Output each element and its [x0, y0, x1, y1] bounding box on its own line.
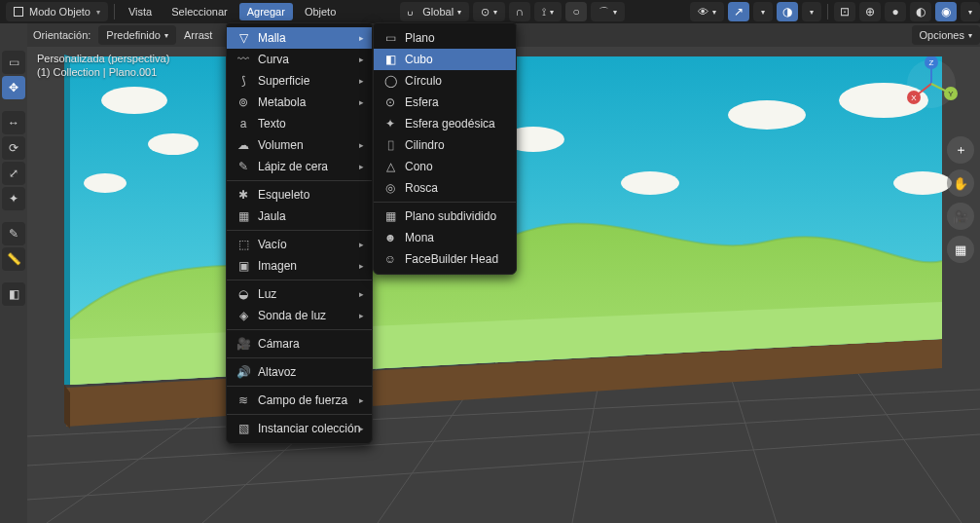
monkey-icon: ☻ — [383, 231, 397, 244]
add-item-cámara[interactable]: 🎥Cámara — [227, 333, 372, 355]
add-item-jaula[interactable]: ▦Jaula — [227, 205, 372, 227]
submenu-arrow-icon: ▸ — [359, 289, 364, 299]
shading-wire[interactable]: ⊕ — [859, 2, 881, 21]
snap-dropdown[interactable]: ⟟▾ — [534, 2, 562, 21]
pivot-icon: ⊙ — [481, 6, 490, 19]
gizmo-dropdown[interactable]: ▾ — [753, 2, 773, 21]
svg-text:X: X — [911, 93, 917, 102]
tool-rotate[interactable]: ⟳ — [2, 136, 25, 160]
proportional-dropdown[interactable]: ⌒▾ — [591, 2, 625, 21]
add-item-instanciar-colección[interactable]: ▧Instanciar colección▸ — [227, 418, 372, 439]
mesh-item-plano[interactable]: ▭Plano — [374, 27, 516, 49]
cyl-icon: ⌷ — [383, 138, 397, 152]
add-item-superficie[interactable]: ⟆Superficie▸ — [227, 70, 372, 92]
tool-select-box[interactable]: ▭ — [2, 51, 25, 74]
volume-icon: ☁ — [236, 138, 250, 152]
add-item-sonda-de-luz[interactable]: ◈Sonda de luz▸ — [227, 305, 372, 326]
menu-object[interactable]: Objeto — [297, 3, 344, 20]
mesh-item-esfera-geodésica[interactable]: ✦Esfera geodésica — [374, 113, 516, 134]
menu-select[interactable]: Seleccionar — [163, 3, 235, 20]
add-item-altavoz[interactable]: 🔊Altavoz — [227, 361, 372, 383]
tool-move[interactable]: ↔ — [2, 111, 25, 134]
add-item-volumen[interactable]: ☁Volumen▸ — [227, 134, 372, 156]
add-item-lápiz-de-cera[interactable]: ✎Lápiz de cera▸ — [227, 156, 372, 177]
gizmo-toggle[interactable]: ↗ — [728, 2, 749, 21]
add-item-vacío[interactable]: ⬚Vacío▸ — [227, 234, 372, 255]
camera-view-button[interactable]: 🎥 — [947, 203, 974, 230]
nav-gizmo[interactable]: Z X Y — [904, 56, 959, 111]
svg-point-14 — [148, 133, 199, 155]
shading-matprev[interactable]: ◐ — [910, 2, 931, 21]
curve-icon: 〰 — [236, 53, 250, 66]
submenu-arrow-icon: ▸ — [359, 261, 364, 271]
submenu-arrow-icon: ▸ — [359, 33, 364, 43]
mesh-item-círculo[interactable]: ◯Círculo — [374, 70, 516, 92]
pivot-dropdown[interactable]: ⊙▾ — [473, 2, 505, 21]
menu-item-label: Instanciar colección — [258, 422, 360, 435]
circle-icon: ◯ — [383, 74, 397, 88]
camera-icon: 🎥 — [236, 337, 250, 351]
mesh-item-cubo[interactable]: ◧Cubo — [374, 49, 516, 70]
tool-add-cube[interactable]: ◧ — [2, 282, 25, 306]
shading-solid[interactable]: ● — [885, 2, 906, 21]
mesh-item-esfera[interactable]: ⊙Esfera — [374, 92, 516, 113]
armature-icon: ✱ — [236, 188, 250, 202]
mode-select[interactable]: Modo Objeto ▾ — [6, 2, 108, 21]
speaker-icon: 🔊 — [236, 365, 250, 379]
submenu-arrow-icon: ▸ — [359, 424, 364, 433]
menu-item-label: FaceBuilder Head — [405, 252, 498, 266]
tool-annotate[interactable]: ✎ — [2, 222, 25, 245]
shading-rendered[interactable]: ◉ — [935, 2, 957, 21]
mesh-item-facebuilder-head[interactable]: ☺FaceBuilder Head — [374, 248, 516, 270]
pan-button[interactable]: ✋ — [947, 169, 974, 197]
visibility-dropdown[interactable]: 👁▾ — [690, 2, 724, 21]
options-dropdown[interactable]: Opciones▾ — [912, 25, 980, 45]
text-icon: a — [236, 117, 250, 131]
add-item-curva[interactable]: 〰Curva▸ — [227, 49, 372, 70]
snap-icon: ⟟ — [542, 6, 546, 19]
add-item-esqueleto[interactable]: ✱Esqueleto — [227, 184, 372, 205]
object-mode-icon — [14, 7, 23, 17]
menu-add[interactable]: Agregar — [239, 3, 293, 20]
orientation-preset-dropdown[interactable]: Predefinido▾ — [98, 25, 176, 45]
submenu-arrow-icon: ▸ — [359, 97, 364, 107]
mesh-item-rosca[interactable]: ◎Rosca — [374, 177, 516, 199]
orientation-icon: 𖼓 — [408, 6, 418, 18]
perspective-toggle-button[interactable]: ▦ — [947, 236, 974, 263]
add-item-texto[interactable]: aTexto — [227, 113, 372, 134]
mesh-item-plano-subdividido[interactable]: ▦Plano subdividido — [374, 205, 516, 227]
menu-item-label: Volumen — [258, 138, 304, 152]
shading-dropdown[interactable]: ▾ — [961, 2, 980, 21]
tool-strip: ▭ ✥ ↔ ⟳ ⤢ ✦ ✎ 📏 ◧ — [0, 47, 27, 523]
xray-toggle[interactable]: ⊡ — [834, 2, 855, 21]
add-item-luz[interactable]: ◒Luz▸ — [227, 283, 372, 305]
overlay-toggle[interactable]: ◑ — [777, 2, 798, 21]
mesh-item-mona[interactable]: ☻Mona — [374, 227, 516, 248]
menu-item-label: Vacío — [258, 238, 287, 251]
menu-view[interactable]: Vista — [121, 3, 160, 20]
tool-transform[interactable]: ✦ — [2, 187, 25, 210]
zoom-button[interactable]: ＋ — [947, 136, 974, 164]
add-menu-dropdown[interactable]: ▽Malla▸〰Curva▸⟆Superficie▸⊚Metabola▸aTex… — [226, 22, 373, 444]
svg-point-13 — [101, 87, 167, 114]
menu-separator — [374, 202, 516, 203]
add-item-metabola[interactable]: ⊚Metabola▸ — [227, 92, 372, 113]
mesh-item-cilindro[interactable]: ⌷Cilindro — [374, 134, 516, 156]
add-item-campo-de-fuerza[interactable]: ≋Campo de fuerza▸ — [227, 390, 372, 411]
add-item-malla[interactable]: ▽Malla▸ — [227, 27, 372, 49]
add-item-imagen[interactable]: ▣Imagen▸ — [227, 255, 372, 277]
viewport-info-line1: Personalizada (perspectiva) — [37, 53, 169, 64]
mesh-submenu-dropdown[interactable]: ▭Plano◧Cubo◯Círculo⊙Esfera✦Esfera geodés… — [373, 22, 517, 275]
submenu-arrow-icon: ▸ — [359, 76, 364, 86]
transform-orientation-dropdown[interactable]: 𖼓 Global ▾ — [400, 2, 469, 21]
tool-measure[interactable]: 📏 — [2, 247, 25, 271]
proportional-edit-toggle[interactable]: ○ — [565, 2, 587, 21]
tool-scale[interactable]: ⤢ — [2, 162, 25, 185]
overlay-dropdown[interactable]: ▾ — [802, 2, 821, 21]
tool-cursor[interactable]: ✥ — [2, 76, 25, 99]
svg-text:Z: Z — [929, 58, 934, 67]
mesh-item-cono[interactable]: △Cono — [374, 156, 516, 177]
snap-toggle[interactable]: ∩ — [509, 2, 530, 21]
menu-item-label: Cámara — [258, 337, 300, 351]
menu-item-label: Cilindro — [405, 138, 445, 152]
